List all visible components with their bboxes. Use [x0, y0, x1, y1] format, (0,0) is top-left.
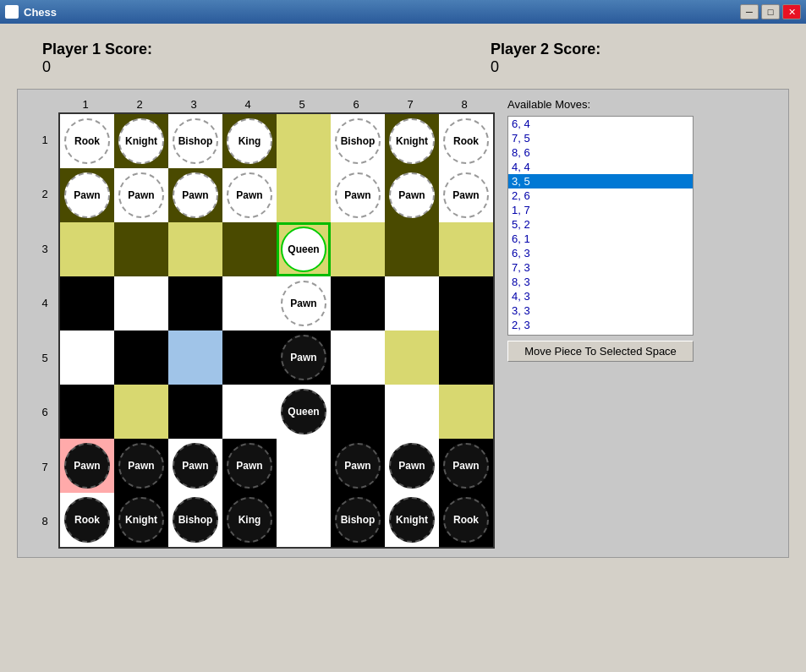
chess-piece: Knight	[389, 118, 435, 164]
board-cell[interactable]: Queen	[277, 222, 331, 276]
move-list-item[interactable]: 5, 2	[508, 217, 693, 232]
board-cell[interactable]: Knight	[385, 114, 439, 168]
chess-piece: King	[227, 497, 272, 543]
board-cell[interactable]: Bishop	[331, 493, 385, 547]
move-list-item[interactable]: 4, 3	[508, 289, 693, 303]
board-cell[interactable]	[114, 331, 168, 385]
board-cell[interactable]: Pawn	[331, 439, 385, 493]
chess-piece: Rook	[443, 118, 489, 164]
board-cell[interactable]	[168, 385, 222, 439]
chess-piece: Pawn	[64, 172, 110, 218]
board-cell[interactable]: Pawn	[114, 439, 168, 493]
move-list-item[interactable]: 2, 3	[508, 318, 693, 332]
board-cell[interactable]: King	[222, 114, 277, 168]
board-cell[interactable]	[168, 331, 222, 385]
board-cell[interactable]: Pawn	[385, 439, 439, 493]
board-cell[interactable]: Pawn	[277, 331, 331, 385]
board-cell[interactable]	[222, 331, 277, 385]
board-cell[interactable]	[222, 222, 277, 276]
board-cell[interactable]	[60, 385, 114, 439]
board-cell[interactable]	[60, 276, 114, 331]
board-cell[interactable]	[60, 222, 114, 276]
col-label: 6	[329, 98, 383, 111]
move-list-item[interactable]: 2, 6	[508, 188, 693, 203]
move-list-item[interactable]: 3, 5	[508, 174, 693, 188]
board-cell[interactable]	[439, 385, 493, 439]
board-cell[interactable]	[385, 331, 439, 385]
board-cell[interactable]	[331, 222, 385, 276]
maximize-button[interactable]: □	[761, 4, 780, 19]
col-label: 4	[221, 98, 275, 111]
move-list-item[interactable]: 7, 5	[508, 131, 693, 145]
board-cell[interactable]: King	[222, 493, 277, 547]
board-cell[interactable]	[168, 276, 222, 331]
board-cell[interactable]: Pawn	[385, 168, 439, 222]
board-cell[interactable]: Pawn	[114, 168, 168, 222]
move-list-item[interactable]: 6, 1	[508, 232, 693, 246]
board-cell[interactable]	[114, 276, 168, 331]
board-cell[interactable]	[385, 385, 439, 439]
board-cell[interactable]	[277, 439, 331, 493]
row-label: 5	[35, 331, 55, 385]
board-cell[interactable]	[439, 222, 493, 276]
chess-piece: Pawn	[64, 443, 110, 489]
board-container: 12345678 12345678 RookKnightBishopKingBi…	[35, 98, 495, 549]
move-list-item[interactable]: 6, 4	[508, 117, 693, 131]
board-cell[interactable]: Rook	[439, 493, 493, 547]
board-cell[interactable]	[114, 385, 168, 439]
move-list-item[interactable]: 8, 3	[508, 275, 693, 289]
board-cell[interactable]: Knight	[114, 493, 168, 547]
col-label: 2	[112, 98, 167, 111]
board-cell[interactable]: Bishop	[331, 114, 385, 168]
board-cell[interactable]: Rook	[60, 493, 114, 547]
chess-piece: Bishop	[335, 118, 381, 164]
move-list-item[interactable]: 7, 3	[508, 260, 693, 275]
board-cell[interactable]: Pawn	[60, 439, 114, 493]
close-button[interactable]: ✕	[782, 4, 801, 19]
move-piece-button[interactable]: Move Piece To Selected Space	[507, 341, 694, 362]
board-cell[interactable]	[331, 276, 385, 331]
chess-piece: Queen	[281, 389, 326, 434]
board-cell[interactable]	[222, 276, 277, 331]
board-cell[interactable]	[385, 222, 439, 276]
moves-list[interactable]: 6, 47, 58, 64, 43, 52, 61, 75, 26, 16, 3…	[507, 116, 694, 336]
board-cell[interactable]: Pawn	[439, 439, 493, 493]
board-cell[interactable]	[331, 331, 385, 385]
board-cell[interactable]: Pawn	[331, 168, 385, 222]
board-cell[interactable]: Pawn	[60, 168, 114, 222]
board-cell[interactable]	[222, 385, 277, 439]
board-cell[interactable]: Pawn	[168, 439, 222, 493]
board-cell[interactable]	[277, 168, 331, 222]
chess-piece: Pawn	[227, 443, 272, 489]
board-cell[interactable]: Bishop	[168, 114, 222, 168]
move-list-item[interactable]: 8, 6	[508, 145, 693, 160]
board-cell[interactable]: Queen	[277, 385, 331, 439]
board-cell[interactable]	[439, 276, 493, 331]
chess-piece: Bishop	[173, 118, 218, 164]
move-list-item[interactable]: 1, 7	[508, 203, 693, 217]
minimize-button[interactable]: ─	[740, 4, 759, 19]
board-cell[interactable]: Knight	[385, 493, 439, 547]
board-cell[interactable]	[277, 114, 331, 168]
row-label: 8	[35, 494, 55, 549]
board-cell[interactable]: Pawn	[277, 276, 331, 331]
move-list-item[interactable]: 1, 3	[508, 332, 693, 336]
board-cell[interactable]: Pawn	[222, 439, 277, 493]
board-cell[interactable]: Pawn	[168, 168, 222, 222]
board-cell[interactable]	[60, 331, 114, 385]
board-cell[interactable]: Rook	[60, 114, 114, 168]
board-cell[interactable]	[331, 385, 385, 439]
board-cell[interactable]	[114, 222, 168, 276]
board-cell[interactable]: Pawn	[222, 168, 277, 222]
move-list-item[interactable]: 6, 3	[508, 246, 693, 260]
board-cell[interactable]: Rook	[439, 114, 493, 168]
board-cell[interactable]	[277, 493, 331, 547]
board-cell[interactable]	[385, 276, 439, 331]
board-cell[interactable]: Bishop	[168, 493, 222, 547]
move-list-item[interactable]: 3, 3	[508, 303, 693, 318]
board-cell[interactable]: Knight	[114, 114, 168, 168]
board-cell[interactable]	[439, 331, 493, 385]
board-cell[interactable]	[168, 222, 222, 276]
board-cell[interactable]: Pawn	[439, 168, 493, 222]
move-list-item[interactable]: 4, 4	[508, 160, 693, 174]
